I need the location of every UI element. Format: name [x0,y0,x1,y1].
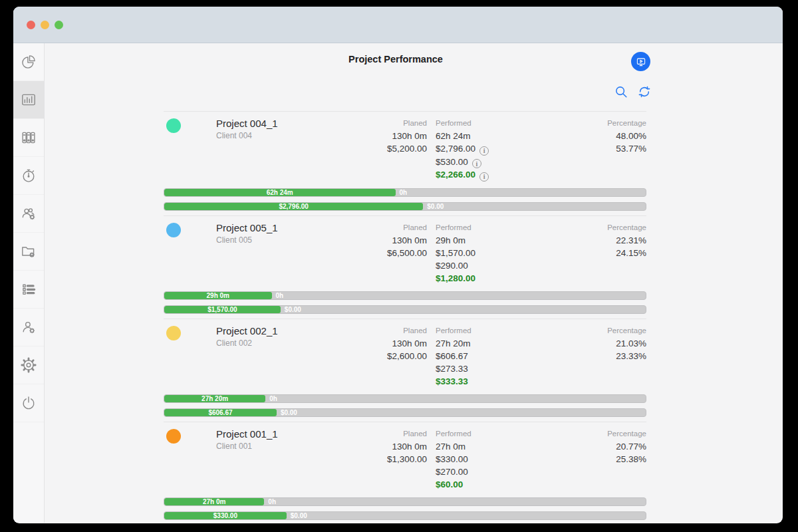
power-icon [20,394,37,412]
project-row[interactable]: Project 004_1 Client 004 Planed 130h 0m … [164,111,646,215]
planned-column-header: Planed [347,221,427,234]
money-progress-bar: $1,570.00 $0.00 [164,305,646,314]
performed-amount: $2,266.00i [436,168,549,182]
close-window-button[interactable] [27,21,35,29]
time-progress-bar: 27h 0m 0h [164,497,646,506]
client-name: Client 002 [216,337,278,350]
money-progress-bar: $330.00 $0.00 [164,511,646,520]
project-row[interactable]: Project 002_1 Client 002 Planed 130h 0m … [164,319,646,422]
performed-amount: $330.00 [436,453,549,466]
money-progress-bar: $2,796.00 $0.00 [164,202,646,211]
performed-column-header: Performed [436,117,549,130]
money-progress-fill: $330.00 [164,512,287,519]
settings-gear-icon [20,356,37,374]
planned-column-header: Planed [347,117,427,130]
sidebar-item-binders[interactable] [13,119,44,157]
planned-time: 130h 0m [347,234,427,247]
performed-time: 62h 24m [436,130,549,142]
time-progress-fill: 29h 0m [164,292,272,299]
presentation-button[interactable] [631,52,650,71]
project-row[interactable]: Project 001_1 Client 001 Planed 130h 0m … [164,422,646,524]
planned-amount: $1,300.00 [347,453,427,466]
percentage-column-header: Percentage [549,325,646,337]
planned-amount: $6,500.00 [347,247,427,259]
planned-column-header: Planed [347,325,427,337]
performed-amount: $290.00 [436,259,549,272]
team-settings-icon [20,205,37,222]
sidebar-item-folder-settings[interactable] [13,233,44,271]
performed-amount: $606.67 [436,350,549,362]
presentation-icon [635,56,647,68]
zoom-window-button[interactable] [55,21,63,29]
performed-amount: $530.00i [436,156,549,169]
app-window: Project Performance [13,7,783,523]
project-color-dot [166,429,181,444]
info-icon[interactable]: i [479,172,489,182]
project-name: Project 002_1 [216,325,278,337]
performed-time: 27h 20m [436,337,549,350]
time-progress-fill: 27h 0m [164,498,264,505]
performed-amounts: $1,570.00$290.00$1,280.00 [436,247,549,285]
bar-chart-icon [20,91,37,108]
planned-amount: $2,600.00 [347,350,427,362]
user-settings-icon [20,319,37,336]
minimize-window-button[interactable] [41,21,49,29]
search-button[interactable] [614,84,628,102]
money-progress-fill: $606.67 [164,409,277,416]
project-color-dot [166,326,181,340]
performed-amount: $2,796.00i [436,142,549,156]
project-name: Project 004_1 [216,117,278,130]
info-icon[interactable]: i [479,146,489,156]
main-content: Project Performance [45,43,783,523]
performed-column-header: Performed [436,325,549,337]
sidebar-item-bar-chart[interactable] [13,81,44,119]
sidebar-item-power[interactable] [13,384,44,422]
sidebar-item-settings-gear[interactable] [13,346,44,384]
percentage-amount: 25.38% [549,453,646,466]
performed-amounts: $2,796.00i$530.00i$2,266.00i [436,142,549,182]
performed-amount: $1,280.00 [436,272,549,285]
client-name: Client 004 [216,130,278,142]
pie-chart-icon [20,53,37,70]
time-progress-bar: 29h 0m 0h [164,291,646,300]
sidebar-item-team-settings[interactable] [13,195,44,233]
sidebar-item-pie-chart[interactable] [13,43,44,81]
info-icon[interactable]: i [472,159,481,168]
task-list-icon [20,281,37,298]
percentage-amount: 24.15% [549,247,646,259]
performed-amount: $333.33 [436,375,549,388]
percentage-time: 21.03% [549,337,646,350]
project-color-dot [166,223,181,237]
time-progress-bar: 62h 24m 0h [164,188,646,197]
search-icon [614,84,628,99]
percentage-time: 22.31% [549,234,646,247]
performed-amount: $60.00 [436,478,549,491]
performed-time: 29h 0m [436,234,549,247]
binders-icon [20,129,37,146]
percentage-column-header: Percentage [549,117,646,130]
sidebar [13,43,45,523]
sidebar-item-stopwatch[interactable] [13,157,44,195]
traffic-lights [27,21,63,29]
percentage-time: 20.77% [549,440,646,453]
performed-amounts: $330.00$270.00$60.00 [436,453,549,491]
planned-time: 130h 0m [347,440,427,453]
project-row[interactable]: Project 005_1 Client 005 Planed 130h 0m … [164,215,646,319]
sidebar-item-task-list[interactable] [13,271,44,309]
money-progress-fill: $1,570.00 [164,306,281,313]
sidebar-item-user-settings[interactable] [13,309,44,346]
percentage-column-header: Percentage [549,428,646,440]
time-progress-fill: 27h 20m [164,395,265,402]
percentage-column-header: Percentage [549,221,646,234]
performed-column-header: Performed [436,428,549,440]
planned-time: 130h 0m [347,130,427,142]
toolbar [614,84,652,102]
refresh-button[interactable] [637,84,652,102]
percentage-amount: 23.33% [549,350,646,362]
client-name: Client 001 [216,440,278,453]
titlebar [13,7,783,43]
performed-amounts: $606.67$273.33$333.33 [436,350,549,388]
planned-amount: $5,200.00 [347,142,427,155]
money-progress-fill: $2,796.00 [164,203,423,210]
page-title: Project Performance [154,54,637,65]
